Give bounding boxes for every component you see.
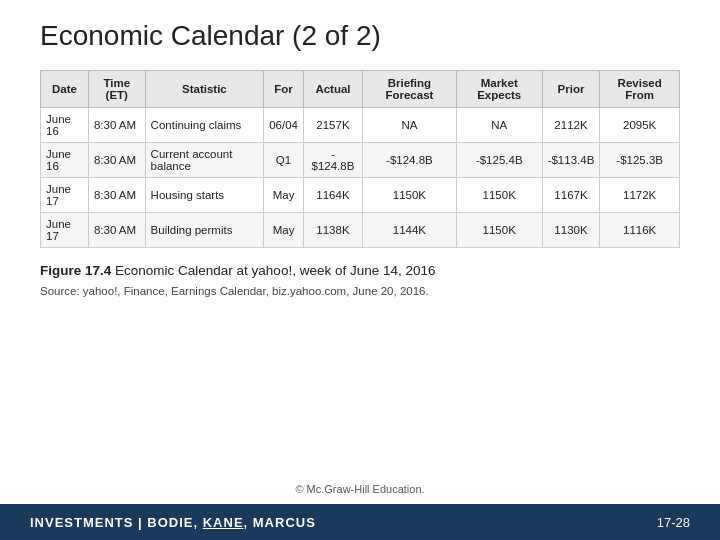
cell-briefing: -$124.8B bbox=[363, 143, 457, 178]
page-container: Economic Calendar (2 of 2) Date Time (ET… bbox=[0, 0, 720, 540]
cell-actual: - $124.8B bbox=[303, 143, 362, 178]
figure-caption: Figure 17.4 Economic Calendar at yahoo!,… bbox=[40, 262, 680, 281]
footer-page: 17-28 bbox=[657, 515, 690, 530]
cell-prior: 2112K bbox=[542, 108, 600, 143]
page-title: Economic Calendar (2 of 2) bbox=[40, 20, 680, 52]
cell-briefing: NA bbox=[363, 108, 457, 143]
cell-for: Q1 bbox=[264, 143, 304, 178]
cell-date: June 16 bbox=[41, 143, 89, 178]
source-line: Source: yahoo!, Finance, Earnings Calend… bbox=[40, 285, 680, 297]
figure-label: Figure 17.4 bbox=[40, 263, 111, 278]
col-header-actual: Actual bbox=[303, 71, 362, 108]
table-container: Date Time (ET) Statistic For Actual Brie… bbox=[40, 70, 680, 248]
table-row: June 168:30 AMCurrent account balanceQ1-… bbox=[41, 143, 680, 178]
cell-for: May bbox=[264, 213, 304, 248]
table-row: June 168:30 AMContinuing claims06/042157… bbox=[41, 108, 680, 143]
cell-briefing: 1144K bbox=[363, 213, 457, 248]
col-header-for: For bbox=[264, 71, 304, 108]
footer-bar: INVESTMENTS | BODIE, KANE, MARCUS 17-28 bbox=[0, 504, 720, 540]
col-header-prior: Prior bbox=[542, 71, 600, 108]
col-header-date: Date bbox=[41, 71, 89, 108]
cell-revised: 1116K bbox=[600, 213, 680, 248]
cell-revised: -$125.3B bbox=[600, 143, 680, 178]
cell-for: May bbox=[264, 178, 304, 213]
cell-statistic: Current account balance bbox=[145, 143, 264, 178]
col-header-time: Time (ET) bbox=[88, 71, 145, 108]
cell-statistic: Building permits bbox=[145, 213, 264, 248]
figure-description: Economic Calendar at yahoo!, week of Jun… bbox=[111, 263, 435, 278]
col-header-revised: Revised From bbox=[600, 71, 680, 108]
cell-date: June 16 bbox=[41, 108, 89, 143]
table-header-row: Date Time (ET) Statistic For Actual Brie… bbox=[41, 71, 680, 108]
cell-time: 8:30 AM bbox=[88, 178, 145, 213]
table-row: June 178:30 AMHousing startsMay1164K1150… bbox=[41, 178, 680, 213]
cell-briefing: 1150K bbox=[363, 178, 457, 213]
cell-market: 1150K bbox=[456, 213, 542, 248]
table-row: June 178:30 AMBuilding permitsMay1138K11… bbox=[41, 213, 680, 248]
cell-statistic: Housing starts bbox=[145, 178, 264, 213]
cell-actual: 1164K bbox=[303, 178, 362, 213]
cell-market: -$125.4B bbox=[456, 143, 542, 178]
economic-calendar-table: Date Time (ET) Statistic For Actual Brie… bbox=[40, 70, 680, 248]
cell-for: 06/04 bbox=[264, 108, 304, 143]
cell-revised: 2095K bbox=[600, 108, 680, 143]
cell-time: 8:30 AM bbox=[88, 213, 145, 248]
cell-actual: 2157K bbox=[303, 108, 362, 143]
col-header-briefing: Briefing Forecast bbox=[363, 71, 457, 108]
cell-date: June 17 bbox=[41, 213, 89, 248]
cell-statistic: Continuing claims bbox=[145, 108, 264, 143]
cell-time: 8:30 AM bbox=[88, 143, 145, 178]
cell-prior: 1130K bbox=[542, 213, 600, 248]
col-header-statistic: Statistic bbox=[145, 71, 264, 108]
footer-brand: INVESTMENTS | BODIE, KANE, MARCUS bbox=[30, 515, 316, 530]
cell-market: NA bbox=[456, 108, 542, 143]
cell-prior: 1167K bbox=[542, 178, 600, 213]
cell-time: 8:30 AM bbox=[88, 108, 145, 143]
cell-market: 1150K bbox=[456, 178, 542, 213]
cell-prior: -$113.4B bbox=[542, 143, 600, 178]
footer-copyright: © Mc.Graw-Hill Education. bbox=[295, 483, 424, 495]
col-header-market: Market Expects bbox=[456, 71, 542, 108]
cell-date: June 17 bbox=[41, 178, 89, 213]
cell-actual: 1138K bbox=[303, 213, 362, 248]
cell-revised: 1172K bbox=[600, 178, 680, 213]
footer-brand-kane: KANE bbox=[203, 515, 244, 530]
